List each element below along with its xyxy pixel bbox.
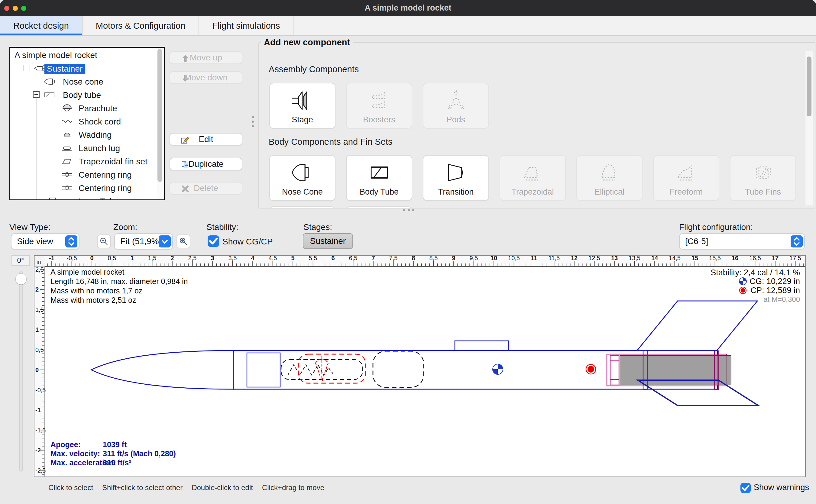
tree-item-trapezoidal-fin-set[interactable]: Trapezoidal fin set [10, 155, 164, 168]
controls-divider [285, 226, 285, 251]
add-pods-card[interactable]: Pods [423, 83, 489, 129]
tree-item-centering-ring[interactable]: Centering ring [10, 168, 164, 181]
tree-item-wadding[interactable]: Wadding [10, 128, 164, 141]
svg-text:-0,5: -0,5 [66, 256, 77, 261]
info-line: A simple model rocket [50, 268, 125, 276]
tab-motors-configuration[interactable]: Motors & Configuration [83, 16, 199, 35]
svg-text:0,5: 0,5 [108, 256, 116, 261]
nose-cone-shape[interactable] [91, 351, 233, 389]
tree-scrollbar-thumb[interactable] [157, 49, 162, 182]
stage-toggle-sustainer[interactable]: Sustainer [303, 233, 353, 249]
elliptical-icon [597, 160, 622, 185]
status-hint: Click to select [48, 483, 93, 492]
add-boosters-card[interactable]: Boosters [346, 83, 412, 129]
parachute-icon [60, 104, 74, 112]
nose-cone-icon [290, 160, 315, 185]
svg-text:5,5: 5,5 [309, 256, 317, 261]
rotation-slider-knob[interactable] [15, 273, 27, 285]
tab-label: Flight simulations [212, 21, 280, 31]
tree-expander-icon[interactable] [33, 91, 40, 98]
rocket-info-block: A simple model rocket Length 16,748 in, … [50, 268, 188, 304]
nose-cone-shoulder-shape [247, 353, 280, 387]
rocket-drawing[interactable] [91, 301, 758, 405]
window-title: A simple model rocket [0, 0, 816, 16]
tree-item-label: Sustainer [44, 64, 85, 74]
svg-text:12,5: 12,5 [588, 256, 600, 261]
tree-item-launch-lug[interactable]: Launch lug [10, 141, 164, 155]
add-transition-card[interactable]: Transition [423, 155, 489, 201]
component-tree[interactable]: A simple model rocket Sustainer Nose con… [9, 47, 165, 200]
svg-text:1,5: 1,5 [35, 306, 44, 313]
add-panel-scrollbar-thumb[interactable] [807, 57, 811, 116]
svg-text:0: 0 [35, 367, 39, 373]
tree-item-sustainer[interactable]: Sustainer [10, 62, 164, 75]
rocket-view-panel[interactable]: in -1-0,500,511,522,533,544,555,566,577,… [34, 255, 806, 477]
tree-item-inner-tube[interactable]: Inner Tube [10, 195, 164, 200]
flight-config-select[interactable]: [C6-5] [679, 233, 805, 250]
card-label: Pods [423, 115, 488, 124]
rotation-slider-track[interactable] [19, 271, 23, 472]
add-trapezoidal-card[interactable]: Trapezoidal [500, 155, 566, 201]
edit-button[interactable]: Edit [170, 133, 242, 146]
tube-fins-icon [750, 160, 776, 185]
app-window: A simple model rocket Rocket design Moto… [0, 0, 816, 504]
svg-text:15: 15 [691, 256, 698, 261]
splitter-grip-vertical[interactable] [252, 116, 254, 127]
status-hint: Double-click to edit [192, 483, 253, 492]
tab-rocket-design[interactable]: Rocket design [0, 16, 83, 35]
tree-item-shock-cord[interactable]: Shock cord [10, 115, 164, 128]
tree-expander-icon[interactable] [49, 198, 56, 200]
add-panel-scrollbar[interactable] [805, 51, 813, 205]
rotation-angle-value: 0° [11, 255, 30, 266]
svg-text:9: 9 [452, 256, 455, 261]
stability-label: Stability: [206, 222, 238, 232]
svg-text:-0,5: -0,5 [35, 387, 46, 393]
add-nose-cone-card[interactable]: Nose Cone [269, 155, 335, 201]
add-component-card-partial[interactable] [346, 206, 412, 208]
splitter-grip-horizontal[interactable] [403, 209, 414, 211]
launch-lug-shape[interactable] [455, 341, 508, 351]
stage-icon [290, 88, 315, 113]
tree-expander-icon[interactable] [24, 65, 30, 71]
shock-cord-icon [60, 117, 74, 126]
show-cgcp-checkbox[interactable] [208, 235, 219, 247]
show-warnings-checkbox[interactable] [740, 483, 751, 493]
chevron-down-icon [159, 235, 171, 247]
tree-item-body-tube[interactable]: Body tube [10, 88, 164, 102]
card-label: Tube Fins [730, 187, 795, 197]
delete-button[interactable]: Delete [170, 182, 242, 195]
svg-text:3: 3 [211, 256, 214, 261]
zoom-in-button[interactable] [176, 234, 190, 248]
move-down-button[interactable]: Move down [170, 71, 242, 84]
add-freeform-card[interactable]: Freeform [653, 155, 719, 201]
add-stage-card[interactable]: Stage [269, 83, 335, 129]
tree-item-parachute[interactable]: Parachute [10, 102, 164, 115]
check-icon [740, 483, 751, 493]
zoom-out-button[interactable] [97, 234, 111, 248]
svg-text:2: 2 [35, 286, 39, 293]
add-elliptical-card[interactable]: Elliptical [576, 155, 643, 201]
add-component-card-partial[interactable] [269, 206, 335, 208]
tab-flight-simulations[interactable]: Flight simulations [199, 16, 293, 35]
move-up-button[interactable]: Move up [170, 51, 242, 64]
svg-text:4: 4 [251, 256, 254, 261]
tree-item-nose-cone[interactable]: Nose cone [10, 75, 164, 88]
duplicate-button[interactable]: Duplicate [170, 158, 242, 170]
add-component-panel: Add new component Assembly Components St… [258, 37, 815, 208]
svg-text:-1,5: -1,5 [35, 427, 46, 434]
tree-item-centering-ring[interactable]: Centering ring [10, 181, 164, 195]
view-type-select[interactable]: Side view [11, 233, 79, 250]
tree-root-label: A simple model rocket [15, 50, 97, 60]
fin-upper-shape[interactable] [637, 301, 757, 351]
svg-text:16: 16 [732, 256, 738, 261]
stat-value: 311 ft/s (Mach 0,280) [103, 449, 176, 458]
tree-item-label: Launch lug [79, 144, 120, 153]
show-cgcp-label: Show CG/CP [222, 237, 273, 247]
add-tube-fins-card[interactable]: Tube Fins [730, 155, 796, 201]
zoom-select[interactable]: Fit (51,9%) [114, 233, 173, 250]
tree-item-label: Centering ring [79, 183, 132, 193]
card-label: Nose Cone [270, 187, 335, 197]
tree-scrollbar[interactable] [157, 48, 163, 199]
add-body-tube-card[interactable]: Body Tube [346, 155, 412, 201]
tree-root-row[interactable]: A simple model rocket [10, 48, 164, 62]
